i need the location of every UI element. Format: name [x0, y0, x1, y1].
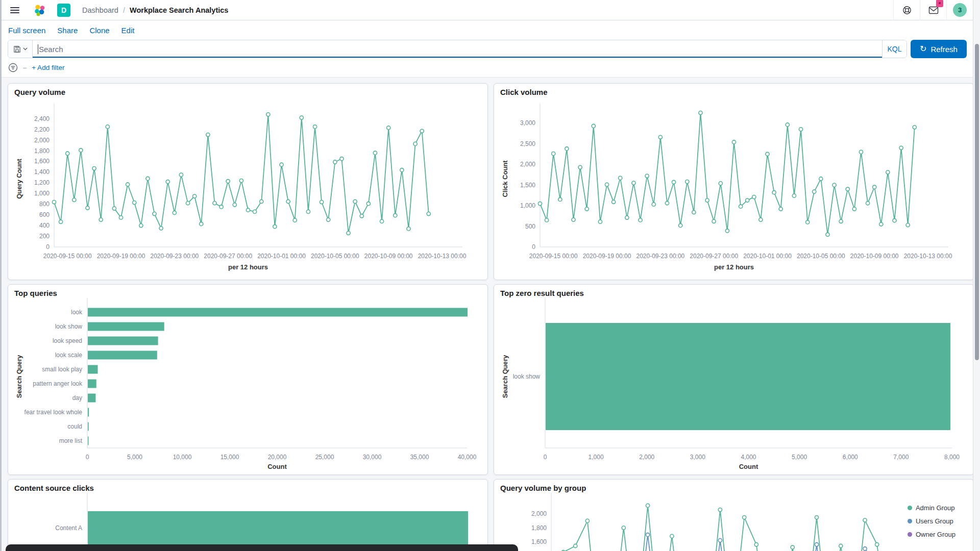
- svg-text:40,000: 40,000: [458, 454, 477, 461]
- svg-text:2,500: 2,500: [520, 140, 535, 147]
- scrollbar-thumb[interactable]: [975, 44, 979, 360]
- svg-text:0: 0: [532, 243, 535, 251]
- saved-query-menu-button[interactable]: [8, 40, 33, 58]
- panel-title[interactable]: Click volume: [500, 88, 548, 96]
- save-icon: [13, 45, 21, 53]
- svg-text:Search Query: Search Query: [501, 355, 509, 398]
- svg-text:2020-09-23 00:00: 2020-09-23 00:00: [636, 253, 684, 260]
- mail-icon: [928, 6, 939, 14]
- legend-label: Users Group: [916, 517, 953, 525]
- share-button[interactable]: Share: [57, 26, 78, 35]
- newsfeed-button[interactable]: [920, 0, 946, 20]
- svg-text:200: 200: [39, 233, 50, 240]
- svg-text:2020-09-19 00:00: 2020-09-19 00:00: [583, 253, 631, 260]
- svg-text:Count: Count: [739, 463, 758, 470]
- breadcrumb-dashboard[interactable]: Dashboard: [82, 6, 118, 14]
- svg-text:3,000: 3,000: [690, 454, 705, 461]
- top-zero-result-queries-chart[interactable]: look show01,0002,0003,0004,0005,0006,000…: [494, 285, 973, 474]
- svg-text:2020-10-09 00:00: 2020-10-09 00:00: [364, 253, 413, 260]
- legend-item[interactable]: Users Group: [908, 517, 955, 525]
- svg-text:15,000: 15,000: [220, 454, 239, 461]
- dashboard-grid: Query volume 02004006008001,0001,2001,40…: [2, 78, 973, 551]
- svg-text:2020-09-15 00:00: 2020-09-15 00:00: [43, 253, 92, 260]
- svg-text:day: day: [72, 394, 82, 402]
- svg-text:35,000: 35,000: [410, 454, 429, 461]
- page-scrollbar[interactable]: [973, 0, 980, 551]
- svg-text:Count: Count: [267, 463, 287, 470]
- legend-item[interactable]: Owner Group: [908, 531, 955, 538]
- filter-bar: – + Add filter: [2, 58, 973, 78]
- legend-item[interactable]: Admin Group: [908, 504, 955, 512]
- kql-syntax-button[interactable]: KQL: [882, 40, 906, 58]
- svg-text:800: 800: [39, 201, 50, 208]
- svg-text:Query Count: Query Count: [15, 158, 23, 198]
- query-bar: Search KQL ↻ Refresh: [8, 40, 967, 58]
- svg-text:1,800: 1,800: [531, 524, 547, 532]
- svg-text:5,000: 5,000: [792, 454, 807, 461]
- svg-text:more list: more list: [59, 437, 83, 444]
- user-menu-button[interactable]: 3: [946, 0, 973, 20]
- elastic-logo[interactable]: [28, 0, 52, 20]
- page-title: Workplace Search Analytics: [130, 6, 228, 14]
- svg-text:1,600: 1,600: [531, 538, 547, 545]
- panel-title[interactable]: Top zero result queries: [500, 289, 584, 297]
- svg-text:4,000: 4,000: [741, 454, 756, 461]
- svg-text:Content A: Content A: [55, 524, 82, 532]
- top-chrome: D Dashboard / Workplace Search Analytics: [2, 0, 973, 78]
- svg-text:500: 500: [525, 223, 535, 230]
- svg-text:30,000: 30,000: [363, 454, 382, 461]
- menu-button[interactable]: [2, 0, 28, 20]
- legend-label: Admin Group: [916, 504, 955, 512]
- svg-text:2020-10-13 00:00: 2020-10-13 00:00: [418, 253, 467, 260]
- panel-query-volume: Query volume 02004006008001,0001,2001,40…: [8, 83, 488, 280]
- edit-button[interactable]: Edit: [121, 26, 135, 35]
- legend-dot: [908, 519, 912, 523]
- svg-text:per 12 hours: per 12 hours: [714, 263, 754, 271]
- panel-top-queries: Top queries looklook showlook speedlook …: [8, 284, 488, 475]
- svg-text:2020-09-15 00:00: 2020-09-15 00:00: [529, 253, 578, 260]
- avatar: 3: [953, 3, 967, 17]
- breadcrumb-separator: /: [123, 6, 125, 14]
- chevron-down-icon: [23, 47, 28, 51]
- svg-text:small look play: small look play: [42, 366, 82, 373]
- refresh-button[interactable]: ↻ Refresh: [911, 40, 967, 58]
- add-filter-button[interactable]: + Add filter: [32, 64, 64, 71]
- top-queries-chart[interactable]: looklook showlook speedlook scalesmall l…: [8, 285, 487, 474]
- panel-title[interactable]: Top queries: [14, 289, 57, 297]
- svg-text:6,000: 6,000: [843, 454, 858, 461]
- svg-text:2020-10-01 00:00: 2020-10-01 00:00: [743, 253, 792, 260]
- filter-menu-icon[interactable]: [8, 63, 18, 72]
- search-input[interactable]: Search: [33, 40, 882, 58]
- space-switcher[interactable]: D: [52, 0, 76, 20]
- svg-text:2,000: 2,000: [531, 510, 547, 517]
- svg-text:0: 0: [86, 454, 89, 461]
- clone-button[interactable]: Clone: [89, 26, 109, 35]
- svg-text:2020-10-05 00:00: 2020-10-05 00:00: [311, 253, 359, 260]
- svg-text:600: 600: [39, 211, 50, 218]
- svg-text:2020-10-01 00:00: 2020-10-01 00:00: [257, 253, 306, 260]
- svg-text:3,000: 3,000: [520, 119, 535, 127]
- svg-text:2,000: 2,000: [639, 454, 654, 461]
- refresh-label: Refresh: [930, 45, 958, 54]
- svg-text:1,800: 1,800: [34, 147, 50, 155]
- svg-text:7,000: 7,000: [893, 454, 909, 461]
- full-screen-button[interactable]: Full screen: [8, 26, 45, 35]
- svg-text:2020-09-27 00:00: 2020-09-27 00:00: [690, 253, 738, 260]
- panel-query-volume-by-group: Query volume by group 1,6001,8002,000 Ad…: [494, 479, 974, 551]
- svg-text:Click Count: Click Count: [501, 160, 509, 197]
- panel-title[interactable]: Query volume: [14, 88, 65, 96]
- notification-badge: [936, 0, 943, 7]
- query-volume-chart[interactable]: 02004006008001,0001,2001,4001,6001,8002,…: [8, 84, 487, 280]
- panel-title[interactable]: Query volume by group: [500, 484, 586, 492]
- elastic-logo-icon: [33, 4, 46, 17]
- help-button[interactable]: [893, 0, 920, 20]
- panel-title[interactable]: Content source clicks: [14, 484, 94, 492]
- legend-dot: [908, 506, 912, 510]
- svg-text:2020-10-13 00:00: 2020-10-13 00:00: [904, 253, 952, 260]
- svg-text:look show: look show: [513, 373, 541, 380]
- click-volume-chart[interactable]: 05001,0001,5002,0002,5003,0002020-09-15 …: [494, 84, 973, 280]
- legend-dot: [908, 532, 912, 537]
- svg-text:2020-10-05 00:00: 2020-10-05 00:00: [797, 253, 845, 260]
- svg-text:1,000: 1,000: [34, 190, 50, 197]
- kibana-window: D Dashboard / Workplace Search Analytics: [0, 0, 980, 551]
